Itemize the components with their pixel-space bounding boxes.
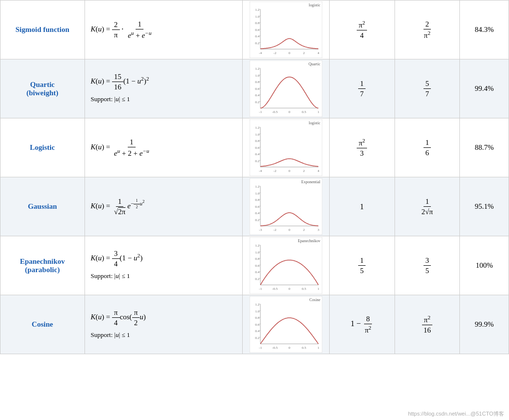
kernel-name-cell: Sigmoid function xyxy=(0,0,85,59)
svg-text:1.0: 1.0 xyxy=(255,74,259,78)
svg-text:0.6: 0.6 xyxy=(255,146,259,150)
svg-text:1.2: 1.2 xyxy=(255,67,259,71)
svg-text:-2: -2 xyxy=(273,228,276,232)
efficiency-cell: 84.3% xyxy=(460,0,509,59)
svg-text:0.6: 0.6 xyxy=(255,264,259,268)
svg-text:0: 0 xyxy=(288,228,290,232)
svg-text:0.6: 0.6 xyxy=(255,323,259,327)
svg-text:2: 2 xyxy=(303,169,305,173)
svg-text:0.2: 0.2 xyxy=(255,277,259,281)
variance-cell: 35 xyxy=(395,236,460,295)
svg-text:0.5: 0.5 xyxy=(302,110,306,114)
roughness-cell: π23 xyxy=(329,118,395,177)
kernel-name-cell: Quartic(biweight) xyxy=(0,59,85,118)
svg-text:-1: -1 xyxy=(259,110,262,114)
table-row: LogisticK(u) = 1eu + 2 + e−ulogistic0.20… xyxy=(0,118,509,177)
roughness-cell: 15 xyxy=(329,236,395,295)
svg-text:1: 1 xyxy=(317,110,319,114)
svg-text:-4: -4 xyxy=(259,51,262,55)
svg-text:0.5: 0.5 xyxy=(302,346,306,350)
svg-text:0.6: 0.6 xyxy=(255,205,259,209)
svg-text:-2: -2 xyxy=(273,51,276,55)
chart-cell: Exponential0.20.40.60.81.01.2-3-2023 xyxy=(242,177,329,236)
svg-text:-0.5: -0.5 xyxy=(272,287,278,291)
table-row: Quartic(biweight)K(u) = 1516(1 − u2)2Sup… xyxy=(0,59,509,118)
svg-text:0.8: 0.8 xyxy=(255,316,259,320)
chart-cell: Cosine0.20.40.60.81.01.2-1-0.500.51 xyxy=(242,295,329,354)
table-row: Epanechnikov(parabolic)K(u) = 34(1 − u2)… xyxy=(0,236,509,295)
variance-cell: π216 xyxy=(395,295,460,354)
svg-text:4: 4 xyxy=(317,169,319,173)
kernel-name-cell: Logistic xyxy=(0,118,85,177)
svg-text:0.2: 0.2 xyxy=(255,336,259,340)
svg-text:0: 0 xyxy=(288,51,290,55)
svg-text:logistic: logistic xyxy=(309,3,320,7)
svg-text:0.8: 0.8 xyxy=(255,257,259,261)
formula-cell: K(u) = 1516(1 − u2)2Support: |u| ≤ 1 xyxy=(85,59,242,118)
svg-text:0.8: 0.8 xyxy=(255,139,259,143)
formula-cell: K(u) = π4cos(π2u)Support: |u| ≤ 1 xyxy=(85,295,242,354)
svg-text:1.0: 1.0 xyxy=(255,192,259,196)
svg-text:-2: -2 xyxy=(273,169,276,173)
variance-cell: 12√π xyxy=(395,177,460,236)
svg-text:0: 0 xyxy=(288,346,290,350)
efficiency-cell: 99.4% xyxy=(460,59,509,118)
svg-text:4: 4 xyxy=(317,51,319,55)
formula-cell: K(u) = 1√2πe−12u2 xyxy=(85,177,242,236)
svg-text:Cosine: Cosine xyxy=(309,298,320,302)
table-row: Sigmoid functionK(u) = 2π ⋅ 1eu + e−ulog… xyxy=(0,0,509,59)
svg-text:0: 0 xyxy=(288,169,290,173)
efficiency-cell: 88.7% xyxy=(460,118,509,177)
svg-text:1.2: 1.2 xyxy=(255,244,259,248)
svg-text:2: 2 xyxy=(303,228,305,232)
svg-text:0.8: 0.8 xyxy=(255,21,259,25)
svg-text:3: 3 xyxy=(317,228,319,232)
svg-text:-0.5: -0.5 xyxy=(272,110,278,114)
svg-text:0.2: 0.2 xyxy=(255,100,259,104)
svg-text:-3: -3 xyxy=(259,228,262,232)
svg-text:Epanechnikov: Epanechnikov xyxy=(298,239,320,243)
svg-text:0.6: 0.6 xyxy=(255,87,259,91)
efficiency-cell: 99.9% xyxy=(460,295,509,354)
svg-text:-1: -1 xyxy=(259,346,262,350)
svg-text:1.0: 1.0 xyxy=(255,133,259,137)
svg-text:1: 1 xyxy=(317,287,319,291)
svg-text:0.2: 0.2 xyxy=(255,159,259,163)
svg-text:-0.5: -0.5 xyxy=(272,346,278,350)
chart-cell: Epanechnikov0.20.40.60.81.01.2-1-0.500.5… xyxy=(242,236,329,295)
chart-cell: logistic0.20.40.60.81.01.2-4-2024 xyxy=(242,0,329,59)
svg-text:1.0: 1.0 xyxy=(255,15,259,19)
variance-cell: 57 xyxy=(395,59,460,118)
variance-cell: 16 xyxy=(395,118,460,177)
svg-text:1: 1 xyxy=(317,346,319,350)
svg-text:0.8: 0.8 xyxy=(255,80,259,84)
table-row: CosineK(u) = π4cos(π2u)Support: |u| ≤ 1C… xyxy=(0,295,509,354)
svg-text:1.2: 1.2 xyxy=(255,126,259,130)
svg-text:Quartic: Quartic xyxy=(309,62,320,66)
table-row: GaussianK(u) = 1√2πe−12u2Exponential0.20… xyxy=(0,177,509,236)
svg-text:0.4: 0.4 xyxy=(255,93,259,97)
variance-cell: 2π2 xyxy=(395,0,460,59)
svg-text:0.4: 0.4 xyxy=(255,34,259,38)
svg-text:0.4: 0.4 xyxy=(255,270,259,274)
svg-text:0.8: 0.8 xyxy=(255,198,259,202)
svg-text:-1: -1 xyxy=(259,287,262,291)
svg-text:0.2: 0.2 xyxy=(255,218,259,222)
svg-text:1.0: 1.0 xyxy=(255,251,259,254)
roughness-cell: π24 xyxy=(329,0,395,59)
svg-text:0.6: 0.6 xyxy=(255,28,259,32)
svg-text:0: 0 xyxy=(288,110,290,114)
svg-text:0.4: 0.4 xyxy=(255,152,259,156)
svg-text:0.5: 0.5 xyxy=(302,287,306,291)
kernel-name-cell: Cosine xyxy=(0,295,85,354)
svg-text:logistic: logistic xyxy=(309,121,320,125)
kernel-name-cell: Epanechnikov(parabolic) xyxy=(0,236,85,295)
kernel-name-cell: Gaussian xyxy=(0,177,85,236)
chart-cell: Quartic0.20.40.60.81.01.2-1-0.500.51 xyxy=(242,59,329,118)
svg-text:2: 2 xyxy=(303,51,305,55)
svg-text:1.0: 1.0 xyxy=(255,309,259,313)
svg-text:1.2: 1.2 xyxy=(255,185,259,189)
svg-text:-4: -4 xyxy=(259,169,262,173)
svg-text:0.2: 0.2 xyxy=(255,41,259,45)
efficiency-cell: 100% xyxy=(460,236,509,295)
